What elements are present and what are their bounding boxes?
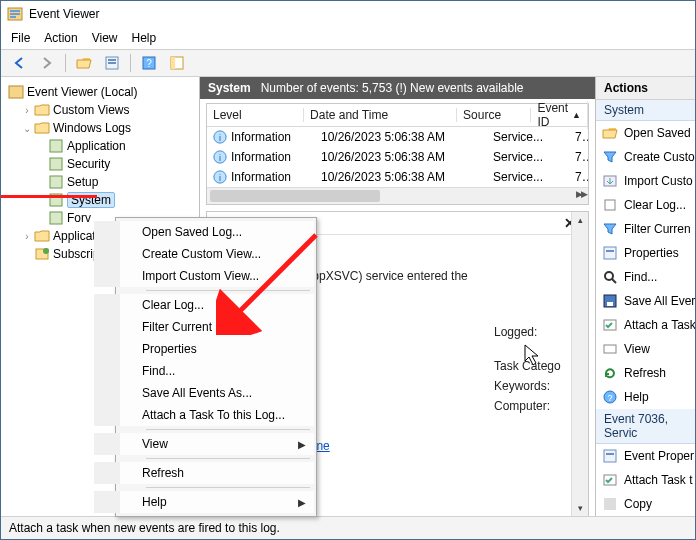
help-icon: ? <box>602 389 618 405</box>
svg-point-18 <box>43 248 49 254</box>
action-item[interactable]: Refresh <box>596 361 695 385</box>
action-item[interactable]: Save All Ever <box>596 289 695 313</box>
col-datetime[interactable]: Date and Time <box>304 108 457 122</box>
tree-item-application[interactable]: Application <box>7 137 197 155</box>
chevron-right-icon: ▶ <box>298 497 306 508</box>
svg-text:i: i <box>219 133 221 143</box>
ctx-create-custom-view[interactable]: Create Custom View... <box>94 243 314 265</box>
action-item[interactable]: ?Help <box>596 385 695 409</box>
menu-help[interactable]: Help <box>132 31 157 45</box>
find-icon <box>602 269 618 285</box>
back-button[interactable] <box>7 51 31 75</box>
action-item[interactable]: Event Proper <box>596 444 695 468</box>
svg-rect-5 <box>108 59 116 61</box>
col-source[interactable]: Source <box>457 108 531 122</box>
properties-icon <box>104 55 120 71</box>
ctx-attach-task[interactable]: Attach a Task To this Log... <box>94 404 314 426</box>
svg-rect-40 <box>604 498 616 510</box>
svg-rect-27 <box>604 247 616 259</box>
tree-label: Applicat <box>53 229 96 243</box>
action-item[interactable]: Create Custo <box>596 145 695 169</box>
properties-icon <box>602 448 618 464</box>
svg-rect-3 <box>10 16 16 18</box>
ctx-open-saved-log[interactable]: Open Saved Log... <box>94 221 314 243</box>
ctx-import-custom-view[interactable]: Import Custom View... <box>94 265 314 287</box>
action-item[interactable]: Filter Curren <box>596 217 695 241</box>
context-menu: Open Saved Log... Create Custom View... … <box>115 217 317 517</box>
ctx-find[interactable]: Find... <box>94 360 314 382</box>
action-item[interactable]: Find... <box>596 265 695 289</box>
svg-text:?: ? <box>607 393 612 403</box>
svg-rect-2 <box>10 13 20 15</box>
detail-keywords-label: Keywords: <box>494 379 574 393</box>
help-button[interactable]: ? <box>137 51 161 75</box>
tree-root[interactable]: Event Viewer (Local) <box>7 83 197 101</box>
properties-button[interactable] <box>100 51 124 75</box>
action-item[interactable]: Clear Log... <box>596 193 695 217</box>
log-icon <box>48 210 64 226</box>
ctx-help-submenu[interactable]: Help▶ <box>94 491 314 513</box>
status-text: Attach a task when new events are fired … <box>9 521 280 535</box>
titlebar: Event Viewer <box>1 1 695 27</box>
ctx-filter-current-log[interactable]: Filter Current Log... <box>94 316 314 338</box>
ctx-view-submenu[interactable]: View▶ <box>94 433 314 455</box>
tree-item-setup[interactable]: Setup <box>7 173 197 191</box>
col-eventid[interactable]: Event ID▲ <box>531 101 588 129</box>
ctx-save-all-events[interactable]: Save All Events As... <box>94 382 314 404</box>
info-icon: i <box>213 170 227 184</box>
ctx-properties[interactable]: Properties <box>94 338 314 360</box>
app-icon <box>8 84 24 100</box>
detail-task-label: Task Catego <box>494 359 574 373</box>
menu-view[interactable]: View <box>92 31 118 45</box>
svg-line-30 <box>612 279 616 283</box>
table-row[interactable]: iInformation10/26/2023 5:06:38 AMService… <box>207 167 588 187</box>
open-folder-button[interactable] <box>72 51 96 75</box>
action-item[interactable]: Open Saved <box>596 121 695 145</box>
tree-label: Custom Views <box>53 103 129 117</box>
tree-label: Application <box>67 139 126 153</box>
action-item[interactable]: Attach Task t <box>596 468 695 492</box>
action-item[interactable]: Attach a Task <box>596 313 695 337</box>
toolbar: ? <box>1 50 695 77</box>
actions-section-system: System <box>596 100 695 121</box>
svg-rect-32 <box>607 302 613 306</box>
app-icon <box>7 6 23 22</box>
tree-item-security[interactable]: Security <box>7 155 197 173</box>
subscriptions-icon <box>34 246 50 262</box>
window-title: Event Viewer <box>29 7 99 21</box>
panel-icon <box>169 55 185 71</box>
col-level[interactable]: Level <box>207 108 304 122</box>
ctx-refresh[interactable]: Refresh <box>94 462 314 484</box>
extra-button[interactable] <box>165 51 189 75</box>
clear-icon <box>602 197 618 213</box>
menu-action[interactable]: Action <box>44 31 77 45</box>
tree-label: Security <box>67 157 110 171</box>
action-item[interactable]: Import Custo <box>596 169 695 193</box>
svg-text:i: i <box>219 153 221 163</box>
svg-rect-38 <box>606 453 614 455</box>
help-icon: ? <box>141 55 157 71</box>
forward-button[interactable] <box>35 51 59 75</box>
tree-root-label: Event Viewer (Local) <box>27 85 138 99</box>
grid-hscrollbar[interactable]: ▶▶ <box>207 187 588 204</box>
tree-label: Forv <box>67 211 91 225</box>
ctx-clear-log[interactable]: Clear Log... <box>94 294 314 316</box>
svg-rect-34 <box>604 345 616 353</box>
svg-rect-6 <box>108 62 116 64</box>
save-icon <box>602 293 618 309</box>
action-item[interactable]: View <box>596 337 695 361</box>
highlight-marker <box>1 195 97 198</box>
funnel-icon <box>602 149 618 165</box>
table-row[interactable]: iInformation10/26/2023 5:06:38 AMService… <box>207 127 588 147</box>
tree-windows-logs[interactable]: ⌄Windows Logs <box>7 119 197 137</box>
tree-item-system[interactable]: System <box>7 191 197 209</box>
grid-header: Level Date and Time Source Event ID▲ <box>207 104 588 127</box>
table-row[interactable]: iInformation10/26/2023 5:06:38 AMService… <box>207 147 588 167</box>
action-item[interactable]: Properties <box>596 241 695 265</box>
svg-rect-16 <box>50 212 62 224</box>
action-item[interactable]: Copy <box>596 492 695 516</box>
svg-rect-37 <box>604 450 616 462</box>
menu-file[interactable]: File <box>11 31 30 45</box>
detail-computer-label: Computer: <box>494 399 574 413</box>
tree-custom-views[interactable]: ›Custom Views <box>7 101 197 119</box>
